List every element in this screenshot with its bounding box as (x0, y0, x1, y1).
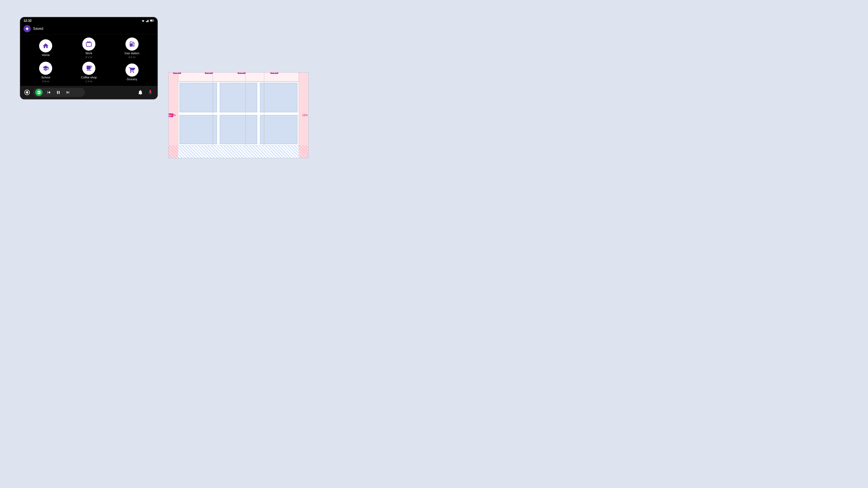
px-label-4: 16px (270, 72, 278, 74)
grid-cell-2 (220, 83, 257, 112)
gas-label: Gas station (125, 52, 140, 55)
grid-cell-1 (180, 83, 217, 112)
grid-cell-4 (180, 115, 217, 144)
saved-item-grocery[interactable]: Grocery (111, 61, 153, 84)
grid-cell-5 (220, 115, 257, 144)
next-button[interactable] (64, 89, 71, 96)
saved-item-work[interactable]: Work 8.1 mi (68, 37, 110, 59)
svg-rect-3 (147, 21, 148, 22)
gas-icon-circle (125, 37, 138, 51)
record-button[interactable] (24, 89, 31, 96)
svg-rect-7 (153, 20, 154, 21)
gas-distance: 0.4 mi (129, 56, 135, 59)
work-icon-circle (82, 37, 95, 51)
home-icon-circle (39, 39, 52, 53)
home-label: Home (42, 53, 50, 57)
media-controls (45, 89, 71, 96)
work-icon (86, 41, 92, 47)
prev-button[interactable] (45, 89, 53, 96)
grid-cell-6 (260, 115, 298, 144)
school-icon (42, 65, 49, 72)
grocery-label: Grocery (127, 77, 137, 81)
coffee-icon (86, 65, 92, 72)
work-distance: 8.1 mi (86, 56, 92, 59)
app-header: Saved (20, 23, 157, 34)
px-label-2: 16px (205, 72, 213, 74)
school-icon-circle (39, 62, 52, 75)
saved-item-school[interactable]: School 0.9 mi (25, 61, 67, 84)
pct-label-right: 12% (302, 113, 308, 117)
signal-icon (146, 19, 149, 22)
status-time: 12:32 (24, 19, 32, 22)
battery-icon (150, 19, 154, 22)
px-label-1: 16px (173, 72, 181, 74)
saved-places-grid: Home Work 8.1 mi Gas station 0.4 mi (20, 34, 157, 86)
home-icon (42, 42, 49, 49)
grocery-icon (129, 67, 135, 73)
hatch-left (168, 145, 178, 158)
mic-button[interactable] (147, 89, 154, 96)
spotify-button[interactable] (35, 89, 42, 96)
v-dash-col1 (213, 72, 213, 145)
layout-diagram: 16px 16px 16px 16px 16px 12% 12% (168, 72, 309, 158)
pause-button[interactable] (55, 89, 62, 96)
margin-top (178, 72, 299, 82)
saved-item-home[interactable]: Home (25, 37, 67, 59)
top-content-line (178, 82, 299, 82)
svg-point-10 (26, 91, 29, 94)
media-bar (20, 86, 157, 99)
px-label-3: 16px (238, 72, 246, 74)
grid-cell-3 (260, 83, 298, 112)
notification-button[interactable] (136, 89, 144, 96)
svg-rect-8 (150, 20, 153, 21)
svg-rect-2 (146, 21, 147, 22)
coffee-icon-circle (82, 62, 95, 75)
grocery-icon-circle (125, 64, 138, 76)
saved-item-gas[interactable]: Gas station 0.4 mi (111, 37, 153, 59)
status-icons (141, 19, 154, 22)
diagram-outer: 16px 16px 16px 16px 16px 12% 12% (168, 72, 309, 158)
content-grid (178, 82, 299, 145)
work-label: Work (86, 52, 92, 55)
app-header-title: Saved (33, 27, 43, 31)
hatch-content-bottom (178, 145, 299, 158)
svg-rect-5 (149, 19, 149, 22)
svg-rect-4 (148, 20, 148, 22)
coffee-label: Coffee shop (81, 76, 97, 79)
v-dash-right-margin (299, 72, 299, 145)
saved-item-coffee[interactable]: Coffee shop 1.3 mi (68, 61, 110, 84)
phone-mockup: 12:32 (20, 17, 158, 99)
pct-label-left: 12% (170, 113, 176, 117)
gas-icon (129, 41, 135, 47)
hatch-right (299, 145, 308, 158)
school-label: School (41, 76, 50, 79)
wifi-icon (141, 19, 145, 22)
coffee-distance: 1.3 mi (86, 80, 92, 83)
saved-star-icon (24, 25, 31, 32)
school-distance: 0.9 mi (42, 80, 49, 83)
media-player-strip (33, 88, 85, 97)
status-bar: 12:32 (20, 18, 157, 23)
